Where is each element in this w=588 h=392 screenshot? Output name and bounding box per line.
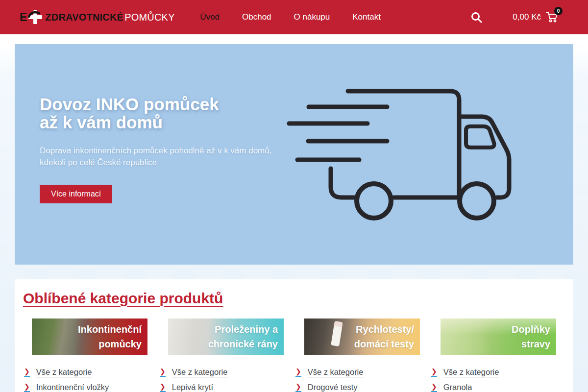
more-info-button[interactable]: Více informací [40,185,112,203]
list-item: ❯ Granola [431,383,564,392]
search-icon[interactable] [471,12,482,23]
chevron-right-icon: ❯ [431,368,437,377]
logo-text-bold: ZDRAVOTNICKÉ [45,12,123,23]
link-column-4: ❯ Vše z kategorie ❯ Granola [431,368,564,392]
header-right: 0,00 Kč 0 [471,11,559,23]
chevron-right-icon: ❯ [295,368,301,377]
cart-count-badge: 0 [554,7,563,15]
chevron-right-icon: ❯ [160,383,166,392]
link-lepiva-kryti[interactable]: Lepivá krytí [172,383,213,392]
hero-banner: Dovoz INKO pomůcek až k vám domů Doprava… [15,44,573,265]
chevron-right-icon: ❯ [295,383,301,392]
card-title: Doplňky stravy [512,322,556,351]
category-links-grid: ❯ Vše z kategorie ❯ Inkontinenční vložky… [23,368,565,392]
list-item: ❯ Inkontinenční vložky [24,383,157,392]
hero-subtitle: Doprava inkontinenčních pomůcek pohodlně… [40,145,294,169]
site-logo[interactable]: E ZDRAVOTNICKÉPOMŮCKY [20,10,175,24]
card-title: Rychlotesty/ domácí testy [354,322,420,351]
category-cards-row: Inkontinenční pomůcky Proleženiny a chro… [23,318,565,355]
popular-categories-section: Oblíbené kategorie produktů Inkontinenčn… [15,279,573,392]
rapid-test-image-detail [331,321,343,346]
medical-cross-icon [28,10,43,24]
list-item: ❯ Drogové testy [295,383,428,392]
nav-item-kontakt[interactable]: Kontakt [352,12,381,22]
link-drogove-testy[interactable]: Drogové testy [308,383,358,392]
nav-item-uvod[interactable]: Úvod [200,12,220,22]
nav-item-obchod[interactable]: Obchod [242,12,271,22]
link-column-2: ❯ Vše z kategorie ❯ Lepivá krytí [160,368,293,392]
link-column-1: ❯ Vše z kategorie ❯ Inkontinenční vložky [24,368,157,392]
main-nav: Úvod Obchod O nákupu Kontakt [200,12,381,22]
section-heading-link[interactable]: Oblíbené kategorie produktů [23,290,223,307]
list-item: ❯ Vše z kategorie [295,368,428,377]
chevron-right-icon: ❯ [24,383,30,392]
card-title: Proleženiny a chronické rány [208,322,284,351]
cart-button[interactable]: 0,00 Kč 0 [513,11,559,23]
list-item: ❯ Lepivá krytí [160,383,293,392]
link-vse-z-kategorie-4[interactable]: Vše z kategorie [443,368,499,377]
logo-text-light: POMŮCKY [124,12,175,23]
logo-letter: E [20,11,26,24]
category-card-rychlotesty[interactable]: Rychlotesty/ domácí testy [304,318,420,355]
header: E ZDRAVOTNICKÉPOMŮCKY Úvod Obchod O náku… [0,0,588,34]
link-granola[interactable]: Granola [443,383,472,392]
nav-item-o-nakupu[interactable]: O nákupu [294,12,330,22]
link-vse-z-kategorie-1[interactable]: Vše z kategorie [36,368,92,377]
link-vse-z-kategorie-3[interactable]: Vše z kategorie [308,368,364,377]
link-column-3: ❯ Vše z kategorie ❯ Drogové testy [295,368,428,392]
list-item: ❯ Vše z kategorie [24,368,157,377]
chevron-right-icon: ❯ [24,368,30,377]
list-item: ❯ Vše z kategorie [431,368,564,377]
category-card-inkontinencni-pomucky[interactable]: Inkontinenční pomůcky [32,318,147,355]
link-inkontinencni-vlozky[interactable]: Inkontinenční vložky [36,383,109,392]
link-vse-z-kategorie-2[interactable]: Vše z kategorie [172,368,228,377]
hero-title: Dovoz INKO pomůcek až k vám domů [40,95,294,131]
chevron-right-icon: ❯ [160,368,166,377]
delivery-truck-icon [287,86,546,228]
category-card-prolezeniny[interactable]: Proleženiny a chronické rány [168,318,284,355]
card-title: Inkontinenční pomůcky [78,322,147,351]
list-item: ❯ Vše z kategorie [160,368,293,377]
category-card-doplnky-stravy[interactable]: Doplňky stravy [441,318,556,355]
chevron-right-icon: ❯ [431,383,437,392]
cart-total: 0,00 Kč [513,12,541,22]
